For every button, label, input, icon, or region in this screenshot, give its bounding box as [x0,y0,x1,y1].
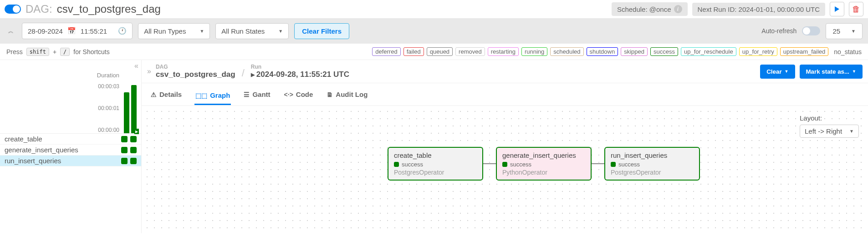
tabs: ⚠Details ⬚⬚Graph ☰Gantt <·>Code 🗎Audit L… [142,83,868,106]
filter-bar: ︽ 28-09-2024 📅 11:55:21 🕐 All Run Types … [0,18,868,44]
node-title: run_insert_queries [611,151,694,159]
status-tag-up_for_reschedule[interactable]: up_for_reschedule [681,47,736,56]
tab-code[interactable]: <·>Code [283,88,314,101]
caret-down-icon: ▼ [852,69,856,74]
status-tag-scheduled[interactable]: scheduled [550,47,583,56]
status-tag-up_for_retry[interactable]: up_for_retry [739,47,777,56]
next-run-label: Next Run ID: 2024-01-01, 00:00:00 UTC [698,5,820,13]
schedule-pill[interactable]: Schedule: @once i [612,2,688,16]
task-status-squares [121,136,137,142]
legend-row: Press shift + / for Shortcuts deferredfa… [0,44,868,60]
run-types-select[interactable]: All Run Types ▼ [138,23,210,39]
auto-refresh-toggle[interactable] [802,26,820,35]
bc-dag-label: DAG [156,64,235,70]
status-tag-restarting[interactable]: restarting [488,47,519,56]
status-tag-running[interactable]: running [521,47,547,56]
tab-graph[interactable]: ⬚⬚Graph [194,89,231,105]
node-status: success [611,161,694,168]
play-icon [835,6,839,12]
warning-icon: ⚠ [151,91,157,98]
status-tag-success[interactable]: success [650,47,678,56]
date-filter[interactable]: 28-09-2024 📅 11:55:21 🕐 [22,23,133,39]
status-dot-icon [611,162,616,167]
bc-dag-value: csv_to_postgres_dag [156,70,235,79]
duration-bars [124,83,137,133]
breadcrumb-run[interactable]: Run ▶ 2024-09-28, 11:55:21 UTC [251,64,349,79]
bar-run-2[interactable] [131,85,137,133]
page-size-value: 25 [832,27,840,35]
status-square[interactable] [130,136,137,142]
status-dot-icon [502,162,507,167]
status-square[interactable] [121,147,128,153]
task-status-squares [121,147,137,153]
shortcut-plus: + [53,48,56,55]
layout-control: Layout: Left -> Right ▼ [800,114,859,138]
node-title: create_table [394,151,477,159]
node-operator: PostgresOperator [394,169,477,176]
caret-down-icon: ▼ [785,69,789,74]
collapse-sidebar-icon[interactable]: « [134,62,138,70]
tab-gantt[interactable]: ☰Gantt [243,88,271,101]
tab-details[interactable]: ⚠Details [150,88,183,101]
node-operator: PostgresOperator [611,169,694,176]
layout-select[interactable]: Left -> Right ▼ [800,125,859,138]
status-legend: deferredfailedqueuedremovedrestartingrun… [372,47,828,56]
status-tag-upstream_failed[interactable]: upstream_failed [780,47,829,56]
status-square[interactable] [121,158,128,164]
file-icon: 🗎 [327,91,333,98]
node-status: success [394,161,477,168]
graph-canvas[interactable]: Layout: Left -> Right ▼ create_tablesucc… [142,106,868,233]
run-states-select[interactable]: All Run States ▼ [215,23,289,39]
status-tag-deferred[interactable]: deferred [372,47,400,56]
collapse-up-icon[interactable]: ︽ [5,27,16,35]
no-status-label: no_status [834,48,862,55]
status-square[interactable] [130,158,137,164]
status-tag-skipped[interactable]: skipped [621,47,648,56]
task-row[interactable]: generate_insert_queries [0,145,141,156]
graph-node[interactable]: create_tablesuccessPostgresOperator [388,147,483,181]
tab-audit-log[interactable]: 🗎Audit Log [326,88,368,101]
task-row[interactable]: create_table [0,134,141,145]
trigger-dag-button[interactable] [830,2,844,16]
task-row[interactable]: run_insert_queries [0,156,141,166]
status-square[interactable] [130,147,137,153]
task-name: run_insert_queries [5,157,61,165]
calendar-icon: 📅 [67,27,76,35]
task-list: create_tablegenerate_insert_queriesrun_i… [0,133,141,166]
shortcut-prefix: Press [6,48,23,55]
kbd-shift: shift [26,48,49,56]
tick-1: 00:00:01 [98,105,119,111]
graph-node[interactable]: generate_insert_queriessuccessPythonOper… [496,147,592,181]
chevron-down-icon: ▼ [851,29,856,34]
page-size-select[interactable]: 25 ▼ [826,23,863,39]
tick-0: 00:00:03 [98,83,119,90]
status-tag-shutdown[interactable]: shutdown [587,47,618,56]
bc-run-label: Run [251,64,349,70]
status-square[interactable] [121,136,128,142]
clear-filters-button[interactable]: Clear Filters [294,23,349,39]
breadcrumb-row: » DAG csv_to_postgres_dag / Run ▶ 2024-0… [142,60,868,83]
delete-dag-button[interactable]: 🗑 [849,2,863,16]
clear-button[interactable]: Clear▼ [760,65,795,79]
next-run-pill[interactable]: Next Run ID: 2024-01-01, 00:00:00 UTC [692,3,825,16]
bar-run-1[interactable] [124,92,129,133]
trash-icon: 🗑 [852,5,860,14]
status-tag-queued[interactable]: queued [427,47,453,56]
status-tag-failed[interactable]: failed [403,47,424,56]
task-status-squares [121,158,137,164]
dag-title-label: DAG: [26,3,52,15]
expand-content-icon[interactable]: » [147,67,151,75]
info-icon[interactable]: i [674,5,682,13]
clock-icon: 🕐 [118,27,127,35]
mark-state-button[interactable]: Mark state as...▼ [800,65,863,79]
node-title: generate_insert_queries [502,151,585,159]
main-area: « Duration 00:00:03 00:00:01 00:00:00 ▶ … [0,60,868,233]
graph-node[interactable]: run_insert_queriessuccessPostgresOperato… [604,147,700,181]
dag-enable-toggle[interactable] [5,5,21,14]
run-marker-icon[interactable]: ▶ [134,129,139,134]
breadcrumb-dag[interactable]: DAG csv_to_postgres_dag [156,64,235,79]
status-tag-removed[interactable]: removed [455,47,485,56]
time-value: 11:55:21 [81,27,107,35]
breadcrumb-separator: / [240,67,246,79]
graph-icon: ⬚⬚ [195,92,207,99]
